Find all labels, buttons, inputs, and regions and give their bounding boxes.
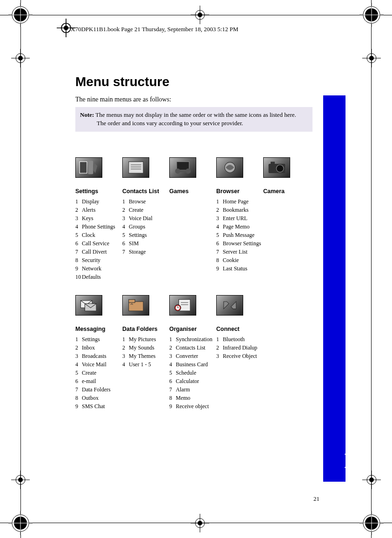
menu-item-number: 2 (216, 343, 223, 352)
menu-item-label: Security (82, 257, 100, 263)
menu-item-label: Enter URL (223, 215, 247, 222)
note-text-line2: The order and icons vary according to yo… (80, 119, 308, 128)
menu-item: 6Browser Settings (216, 239, 263, 248)
menu-item-label: Settings (129, 232, 147, 238)
menu-item-number: 8 (216, 256, 223, 264)
menu-item-number: 2 (216, 206, 223, 214)
menu-item-number: 7 (169, 385, 176, 394)
menu-item: 1Synchronization (169, 335, 216, 343)
menu-column: Contacts List1Browse2Create3Voice Dial4G… (122, 157, 169, 281)
menu-item-label: Browser Settings (223, 240, 261, 247)
connect-icon (216, 295, 243, 316)
menu-item-label: Groups (129, 223, 145, 230)
menu-item-label: Push Message (223, 232, 254, 238)
menu-item-number: 4 (75, 222, 82, 231)
menu-item-label: Display (82, 198, 99, 205)
menu-item: 1Bluetooth (216, 335, 263, 343)
menu-title: Messaging (75, 326, 122, 332)
menu-item-label: Phone Settings (82, 223, 115, 230)
menu-item-number: 2 (122, 206, 129, 214)
menu-item-number: 5 (75, 369, 82, 377)
menu-item-number: 8 (169, 394, 176, 402)
menu-item: 1My Pictures (122, 335, 169, 343)
menu-title: Camera (263, 188, 310, 195)
menu-item-label: Clock (82, 232, 95, 238)
menu-item-number: 3 (122, 214, 129, 222)
menu-item: 3My Themes (122, 352, 169, 360)
menu-items-list: 1Display2Alerts3Keys4Phone Settings5Cloc… (75, 197, 122, 281)
menu-item: 4Page Memo (216, 222, 263, 231)
menu-item-number: 2 (122, 343, 129, 352)
page-body: Menu structure The nine main menus are a… (75, 74, 312, 424)
menu-item-number: 4 (216, 222, 223, 231)
menu-item-number: 4 (122, 222, 129, 231)
menu-title: Games (169, 188, 216, 195)
menu-item-number: 3 (169, 352, 176, 360)
menu-item-number: 6 (122, 239, 129, 248)
side-tab-label: Menu structure (343, 442, 351, 492)
menu-item: 10Defaults (75, 273, 122, 281)
menu-item-number: 2 (75, 343, 82, 352)
menu-column: Settings1Display2Alerts3Keys4Phone Setti… (75, 157, 122, 281)
menu-item-number: 10 (75, 273, 82, 281)
registration-mark-icon (359, 3, 384, 27)
menu-items-list: 1Home Page2Bookmarks3Enter URL4Page Memo… (216, 197, 263, 273)
menu-item-number: 3 (216, 352, 223, 360)
menu-item: 5Schedule (169, 369, 216, 377)
menu-item: 6e-mail (75, 377, 122, 385)
menu-item: 2Bookmarks (216, 206, 263, 214)
target-icon (362, 471, 381, 489)
menu-item-number: 8 (75, 256, 82, 264)
menu-item-label: Page Memo (223, 223, 250, 230)
svg-rect-76 (128, 302, 143, 311)
menu-item: 8Security (75, 256, 122, 264)
menu-item-label: Inbox (82, 344, 95, 351)
menu-items-list: 1Browse2Create3Voice Dial4Groups5Setting… (122, 197, 169, 256)
menu-item-label: Bookmarks (223, 207, 248, 213)
menu-item: 7Call Divert (75, 248, 122, 256)
menu-item-label: My Sounds (129, 344, 154, 351)
menu-item-number: 1 (216, 197, 223, 206)
menu-item: 9Last Status (216, 264, 263, 273)
menu-item-number: 1 (75, 335, 82, 343)
menu-items-list: 1Bluetooth2Infrared Dialup3Receive Objec… (216, 335, 263, 360)
menu-item-number: 4 (122, 360, 129, 369)
menu-item-label: Settings (82, 336, 100, 343)
menu-item: 4Voice Mail (75, 360, 122, 369)
svg-point-72 (276, 165, 284, 172)
menu-item-number: 1 (122, 335, 129, 343)
menu-title: Contacts List (122, 188, 169, 195)
menu-column: Connect1Bluetooth2Infrared Dialup3Receiv… (216, 295, 263, 410)
menu-item-label: Storage (129, 249, 146, 255)
menu-column: Camera (263, 157, 310, 281)
menu-item-number: 1 (122, 197, 129, 206)
note-box: Note: The menus may not display in the s… (75, 107, 312, 132)
menu-item: 8Cookie (216, 256, 263, 264)
menu-item-label: Contacts List (176, 344, 206, 351)
menu-item: 2My Sounds (122, 343, 169, 352)
menu-item-label: Create (129, 207, 143, 213)
menu-item: 5Clock (75, 231, 122, 239)
menu-item-number: 3 (75, 214, 82, 222)
menu-item-number: 6 (169, 377, 176, 385)
target-icon (362, 49, 381, 67)
target-icon (191, 6, 209, 24)
menu-items-list: 1My Pictures2My Sounds3My Themes4User 1 … (122, 335, 169, 369)
menu-item-label: Receive Object (223, 353, 257, 359)
menu-item: 4Phone Settings (75, 222, 122, 231)
page-title: Menu structure (75, 74, 312, 89)
menu-item: 7Storage (122, 248, 169, 256)
menu-item: 2Create (122, 206, 169, 214)
menu-item: 8Outbox (75, 394, 122, 402)
menu-item: 3Receive Object (216, 352, 263, 360)
menu-item: 1Display (75, 197, 122, 206)
menu-item-label: Create (82, 370, 96, 376)
menu-title: Data Folders (122, 326, 169, 332)
menu-item-label: Bluetooth (223, 336, 245, 343)
menu-items-list: 1Settings2Inbox3Broadcasts4Voice Mail5Cr… (75, 335, 122, 410)
browser-icon (216, 157, 243, 178)
menu-item: 9Network (75, 264, 122, 273)
menu-item: 3Converter (169, 352, 216, 360)
menu-item-label: Outbox (82, 395, 99, 401)
organiser-icon (169, 295, 196, 316)
